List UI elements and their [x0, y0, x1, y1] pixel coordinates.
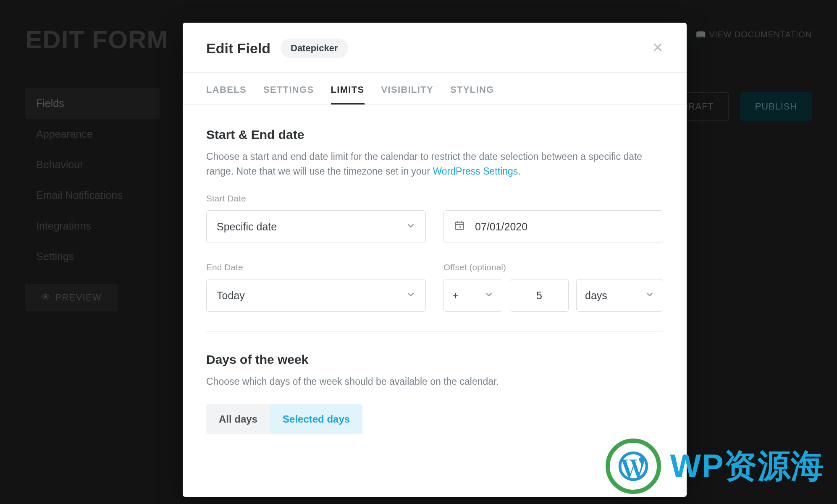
end-date-mode-col: End Date Today	[206, 262, 426, 312]
chevron-down-icon	[645, 290, 654, 302]
days-of-week-heading: Days of the week	[206, 353, 663, 367]
offset-group: + 5 days	[443, 279, 663, 312]
start-date-input[interactable]: 31 07/01/2020	[443, 210, 663, 243]
start-date-value-spacer	[443, 193, 663, 204]
wordpress-settings-link[interactable]: WordPress Settings	[433, 166, 518, 177]
start-date-value: 07/01/2020	[475, 221, 527, 233]
desc-text-pre: Choose a start and end date limit for th…	[206, 151, 642, 177]
offset-sign-value: +	[452, 290, 459, 302]
chevron-down-icon	[406, 290, 415, 302]
tab-settings[interactable]: SETTINGS	[263, 73, 314, 104]
tab-limits[interactable]: LIMITS	[331, 73, 365, 104]
chevron-down-icon	[484, 290, 493, 302]
svg-text:31: 31	[457, 225, 462, 229]
end-date-mode-value: Today	[217, 290, 245, 302]
start-date-mode-value: Specific date	[217, 221, 277, 233]
offset-number-value: 5	[536, 290, 542, 302]
end-date-mode-select[interactable]: Today	[206, 279, 426, 312]
all-days-option[interactable]: All days	[206, 404, 270, 434]
offset-sign-select[interactable]: +	[443, 279, 502, 312]
modal-header: Edit Field Datepicker	[183, 23, 687, 73]
offset-unit-value: days	[585, 290, 607, 302]
offset-label: Offset (optional)	[443, 262, 663, 272]
close-button[interactable]	[652, 42, 663, 55]
end-date-row: End Date Today Offset (optional) + 5	[206, 262, 663, 312]
days-of-week-description: Choose which days of the week should be …	[206, 374, 663, 389]
tab-styling[interactable]: STYLING	[450, 73, 494, 104]
wordpress-logo-icon	[606, 439, 661, 494]
modal-tabs: LABELS SETTINGS LIMITS VISIBILITY STYLIN…	[183, 73, 687, 105]
watermark-text: WP资源海	[670, 444, 824, 488]
start-end-date-description: Choose a start and end date limit for th…	[206, 149, 663, 178]
chevron-down-icon	[406, 221, 415, 233]
edit-field-modal: Edit Field Datepicker LABELS SETTINGS LI…	[183, 23, 687, 497]
start-end-date-heading: Start & End date	[206, 128, 663, 142]
close-icon	[652, 47, 663, 54]
end-date-label: End Date	[206, 262, 426, 272]
start-date-value-col: 31 07/01/2020	[443, 193, 663, 243]
desc-text-post: .	[518, 166, 520, 177]
offset-number-input[interactable]: 5	[510, 279, 569, 312]
offset-unit-select[interactable]: days	[576, 279, 663, 312]
calendar-icon: 31	[454, 220, 465, 233]
selected-days-option[interactable]: Selected days	[270, 404, 362, 434]
tab-labels[interactable]: LABELS	[206, 73, 247, 104]
offset-col: Offset (optional) + 5 days	[443, 262, 663, 312]
field-type-chip: Datepicker	[281, 39, 348, 58]
start-date-mode-select[interactable]: Specific date	[206, 210, 426, 243]
modal-body: Start & End date Choose a start and end …	[183, 105, 687, 497]
section-divider	[206, 331, 663, 332]
watermark: WP资源海	[606, 439, 824, 494]
start-date-label: Start Date	[206, 193, 426, 204]
days-of-week-segmented: All days Selected days	[206, 404, 362, 434]
tab-visibility[interactable]: VISIBILITY	[381, 73, 433, 104]
start-date-mode-col: Start Date Specific date	[206, 193, 426, 243]
modal-title: Edit Field	[206, 40, 270, 57]
start-date-row: Start Date Specific date 31 07/01/2020	[206, 193, 663, 243]
